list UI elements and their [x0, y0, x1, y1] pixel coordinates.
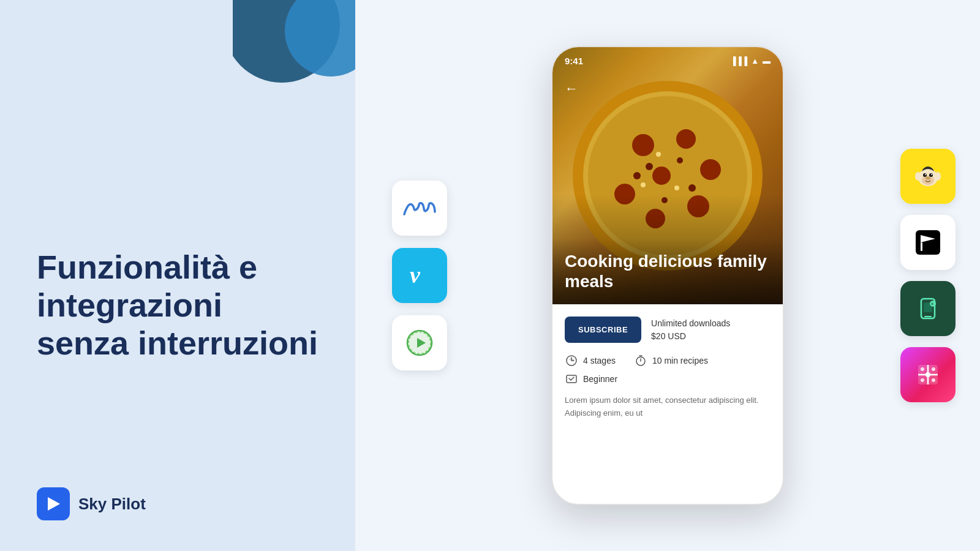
integrations-right: + — [900, 149, 956, 402]
vimeo-icon: v — [392, 248, 447, 303]
svg-text:v: v — [410, 262, 421, 288]
svg-point-33 — [925, 177, 930, 180]
posthog-icon: + — [900, 281, 956, 336]
subscribe-button[interactable]: SUBSCRIBE — [565, 317, 641, 343]
timer-icon — [634, 354, 647, 367]
svg-point-11 — [700, 159, 721, 180]
brand-logo-icon — [37, 487, 70, 520]
tableau-icon — [900, 347, 956, 402]
level-info: Beginner — [565, 372, 617, 386]
back-arrow[interactable]: ← — [565, 81, 578, 97]
svg-point-34 — [915, 172, 921, 181]
status-icons: ▐▐▐ ▲ ▬ — [730, 56, 771, 66]
meta-row-1: 4 stages 10 min recipes — [565, 354, 771, 367]
svg-point-48 — [921, 367, 924, 371]
wifi-icon: ▲ — [751, 56, 759, 66]
pizza-background: ← Cooking delicious family meals — [552, 47, 783, 304]
price-line2: $20 USD — [651, 330, 730, 343]
cutstories-icon — [392, 315, 447, 370]
planoly-icon — [392, 181, 447, 236]
hero-title: Cooking delicious family meals — [565, 251, 771, 292]
svg-point-15 — [652, 167, 671, 185]
svg-point-35 — [935, 172, 941, 181]
stages-info: 4 stages — [565, 354, 616, 367]
phone-status-bar: 9:41 ▐▐▐ ▲ ▬ — [552, 47, 783, 74]
svg-rect-40 — [924, 316, 932, 317]
svg-point-10 — [676, 129, 696, 149]
svg-point-18 — [688, 184, 696, 192]
svg-point-21 — [656, 152, 661, 157]
campaign-monitor-icon — [900, 215, 956, 270]
level-label: Beginner — [583, 374, 617, 384]
svg-point-17 — [677, 157, 683, 163]
svg-point-28 — [922, 175, 934, 185]
svg-point-51 — [932, 378, 935, 382]
svg-rect-36 — [916, 230, 940, 255]
svg-point-50 — [921, 378, 924, 382]
price-line1: Unlimited downloads — [651, 317, 730, 330]
phone-content: SUBSCRIBE Unlimited downloads $20 USD — [552, 304, 783, 432]
stages-label: 4 stages — [583, 356, 616, 365]
page-headline: Funzionalità e integrazioni senza interr… — [37, 248, 318, 362]
left-panel: Funzionalità e integrazioni senza interr… — [0, 0, 355, 551]
recipes-label: 10 min recipes — [652, 356, 708, 365]
svg-point-29 — [923, 173, 927, 177]
svg-marker-2 — [48, 497, 60, 511]
meta-row-2: Beginner — [565, 372, 771, 386]
integrations-left: v — [392, 181, 447, 370]
battery-icon: ▬ — [763, 56, 771, 66]
status-time: 9:41 — [565, 56, 583, 66]
svg-point-31 — [925, 174, 926, 175]
phone-hero: ← Cooking delicious family meals — [552, 47, 783, 304]
brand-logo: Sky Pilot — [37, 487, 318, 520]
recipes-info: 10 min recipes — [634, 354, 708, 367]
price-info: Unlimited downloads $20 USD — [651, 317, 730, 343]
svg-point-30 — [929, 173, 933, 177]
signal-icon: ▐▐▐ — [730, 56, 747, 66]
decorative-circles — [233, 0, 368, 86]
svg-point-23 — [641, 182, 646, 187]
phone-mockup: 9:41 ▐▐▐ ▲ ▬ — [551, 46, 784, 505]
svg-text:+: + — [931, 302, 933, 306]
svg-point-49 — [932, 367, 935, 371]
level-icon — [565, 372, 578, 386]
description-text: Lorem ipsum dolor sit amet, consectetur … — [565, 394, 771, 420]
svg-point-9 — [632, 134, 654, 156]
svg-point-32 — [931, 174, 932, 175]
subscribe-row: SUBSCRIBE Unlimited downloads $20 USD — [565, 317, 771, 343]
mailchimp-icon — [900, 149, 956, 204]
hero-title-container: Cooking delicious family meals — [552, 239, 783, 304]
svg-point-16 — [646, 163, 653, 170]
svg-point-20 — [633, 172, 641, 179]
svg-point-22 — [674, 186, 679, 190]
svg-point-47 — [925, 372, 930, 377]
right-panel: v 9:41 ▐▐▐ ▲ ▬ — [355, 0, 980, 551]
brand-name: Sky Pilot — [78, 495, 146, 514]
svg-rect-38 — [921, 242, 922, 251]
stages-icon — [565, 354, 578, 367]
